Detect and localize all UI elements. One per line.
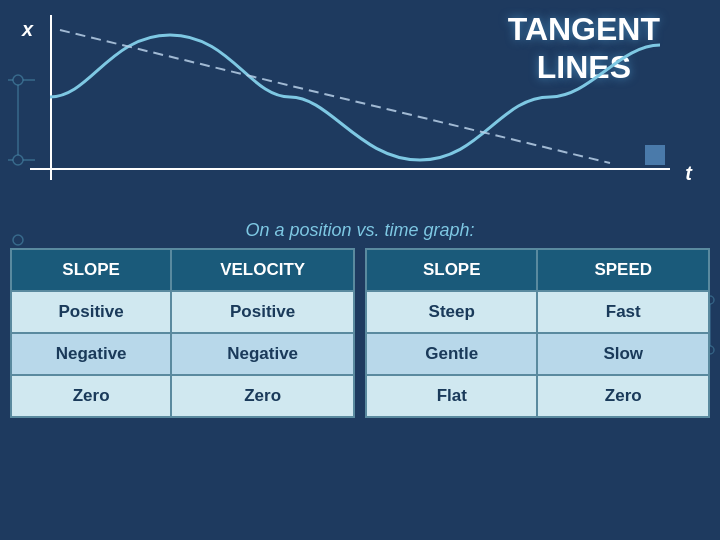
table-header-row: SLOPE VELOCITY <box>11 249 354 291</box>
svg-line-12 <box>60 30 610 163</box>
col-header-speed: SPEED <box>537 249 709 291</box>
table-row: Flat Zero <box>366 375 709 417</box>
tangent-indicator <box>645 145 665 165</box>
velocity-zero: Zero <box>171 375 354 417</box>
slope-negative: Negative <box>11 333 171 375</box>
slope-positive: Positive <box>11 291 171 333</box>
col-header-slope-right: SLOPE <box>366 249 537 291</box>
slope-zero: Zero <box>11 375 171 417</box>
velocity-negative: Negative <box>171 333 354 375</box>
speed-fast: Fast <box>537 291 709 333</box>
table-row: Positive Positive <box>11 291 354 333</box>
velocity-positive: Positive <box>171 291 354 333</box>
table-row: Gentle Slow <box>366 333 709 375</box>
col-header-slope-left: SLOPE <box>11 249 171 291</box>
col-header-velocity: VELOCITY <box>171 249 354 291</box>
speed-slow: Slow <box>537 333 709 375</box>
speed-zero: Zero <box>537 375 709 417</box>
slope-velocity-table: SLOPE VELOCITY Positive Positive Negativ… <box>10 248 355 418</box>
slope-speed-table: SLOPE SPEED Steep Fast Gentle Slow Flat … <box>365 248 710 418</box>
tables-container: SLOPE VELOCITY Positive Positive Negativ… <box>10 248 710 418</box>
table-row: Steep Fast <box>366 291 709 333</box>
tangent-line <box>30 15 680 180</box>
table-row: Negative Negative <box>11 333 354 375</box>
slope-steep: Steep <box>366 291 537 333</box>
subtitle-text: On a position vs. time graph: <box>0 220 720 241</box>
table-row: Zero Zero <box>11 375 354 417</box>
slope-flat: Flat <box>366 375 537 417</box>
t-axis-label: t <box>685 162 692 185</box>
slope-gentle: Gentle <box>366 333 537 375</box>
table-header-row: SLOPE SPEED <box>366 249 709 291</box>
